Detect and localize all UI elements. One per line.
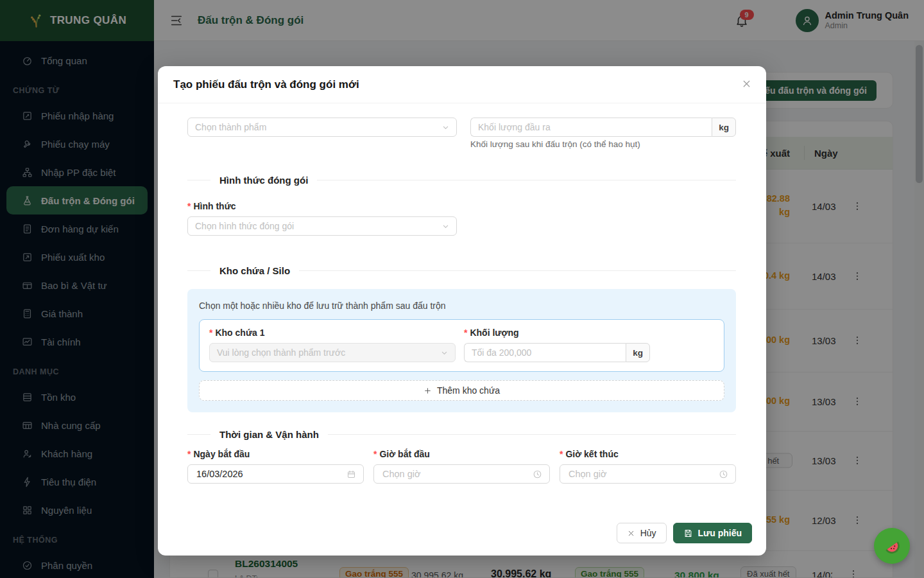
calendar-icon <box>346 469 356 479</box>
add-store-button[interactable]: Thêm kho chứa <box>199 380 724 401</box>
store-select[interactable]: Vui lòng chọn thành phẩm trước <box>209 343 456 362</box>
silo-box: Chọn một hoặc nhiều kho để lưu trữ thành… <box>187 289 736 412</box>
cancel-button[interactable]: Hủy <box>617 523 667 543</box>
output-weight-input[interactable] <box>470 118 712 137</box>
start-time-picker[interactable] <box>373 464 550 484</box>
watermelon-icon <box>882 536 902 556</box>
save-icon <box>683 529 693 538</box>
output-weight-help: Khối lượng sau khi đấu trộn (có thể hao … <box>470 139 736 149</box>
packing-select[interactable]: Chọn hình thức đóng gói <box>187 216 457 236</box>
chevron-down-icon <box>440 348 449 358</box>
start-date-label: *Ngày bắt đầu <box>187 449 364 459</box>
chevron-down-icon <box>441 123 450 132</box>
section-packing: Hình thức đóng gói <box>187 175 736 186</box>
store-card: *Kho chứa 1 *Khối lượng Vui lòng chọn th… <box>199 319 724 372</box>
start-time-label: *Giờ bắt đầu <box>373 449 550 459</box>
close-icon <box>627 529 635 538</box>
start-date-input[interactable] <box>195 468 346 480</box>
end-time-picker[interactable] <box>560 464 736 484</box>
unit-addon: kg <box>626 343 650 362</box>
modal-header: Tạo phiếu đấu trộn và đóng gói mới <box>158 66 766 103</box>
store-qty-input[interactable] <box>464 343 626 362</box>
clock-icon <box>533 469 542 479</box>
end-time-input[interactable] <box>567 468 719 480</box>
save-button[interactable]: Lưu phiếu <box>673 523 752 543</box>
close-icon[interactable] <box>741 78 752 89</box>
modal-footer: Hủy Lưu phiếu <box>158 514 766 556</box>
start-time-input[interactable] <box>381 468 533 480</box>
modal-title: Tạo phiếu đấu trộn và đóng gói mới <box>173 78 359 91</box>
product-select[interactable]: Chọn thành phẩm <box>187 118 457 137</box>
store-label: *Kho chứa 1 <box>209 328 456 338</box>
end-time-label: *Giờ kết thúc <box>560 449 736 459</box>
plus-icon <box>424 387 432 395</box>
unit-addon: kg <box>712 118 736 137</box>
silo-hint: Chọn một hoặc nhiều kho để lưu trữ thành… <box>199 301 724 311</box>
qty-label: *Khối lượng <box>464 328 650 338</box>
chat-fab[interactable] <box>874 528 910 564</box>
clock-icon <box>719 469 728 479</box>
start-date-picker[interactable] <box>187 464 364 484</box>
modal-body: Chọn thành phẩm kg Khối lượng sau khi đấ… <box>158 103 766 514</box>
chevron-down-icon <box>441 222 450 231</box>
packing-label: *Hình thức <box>187 201 736 211</box>
section-time: Thời gian & Vận hành <box>187 429 736 440</box>
section-silo: Kho chứa / Silo <box>187 265 736 276</box>
create-mix-pack-modal: Tạo phiếu đấu trộn và đóng gói mới Chọn … <box>158 66 766 556</box>
